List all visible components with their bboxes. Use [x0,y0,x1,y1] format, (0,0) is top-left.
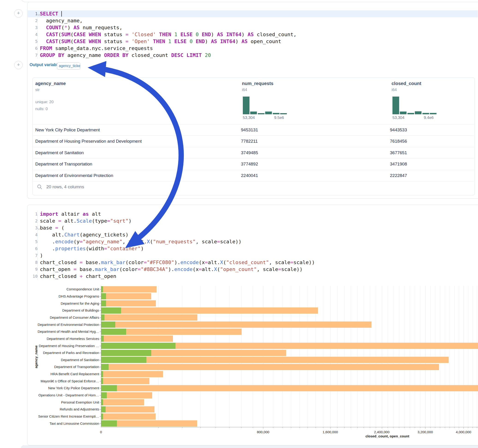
bar-closed [101,314,197,321]
bar-open [101,307,121,314]
y-tick [100,346,101,346]
bar-closed [101,300,156,306]
x-tick-label: 3,200,000 [418,430,433,434]
bar-open [101,378,103,384]
y-tick [100,325,101,325]
y-tick [100,374,101,374]
gridline [291,286,291,427]
bar-open [101,399,103,405]
bar-closed [101,322,371,328]
bar-chart: agency_name closed_count, open_count Cor… [0,0,478,448]
y-axis-label: Department for the Aging [25,301,99,305]
gridline [263,286,263,427]
gridline [323,286,323,427]
gridline [440,286,440,427]
y-tick [100,402,101,403]
x-tick-label: 0 [100,430,102,434]
gridline [445,286,445,427]
y-axis-label: Department of Sanitation [25,358,99,362]
gridline [229,286,229,427]
gridline [420,286,420,427]
y-tick [100,360,101,360]
y-tick [100,317,101,318]
y-axis-label: Taxi and Limousine Commission [25,422,99,425]
y-axis-label: Department of Parks and Recreation [25,351,99,355]
y-tick [100,381,101,381]
y-tick [100,395,101,395]
x-axis-line [101,427,478,427]
bar-closed [101,307,318,314]
gridline [344,286,345,427]
y-axis-label: HRA Benefit Card Replacement [25,372,99,376]
gridline [477,286,477,427]
y-axis-label: Department of Housing Preservation … [25,344,99,348]
gridline [399,286,399,427]
y-tick [100,367,101,367]
y-tick [100,332,101,332]
gridline [300,286,300,427]
y-axis-label: Department of Environmental Protection [25,323,99,327]
bar-open [101,406,106,412]
y-axis-label: Senior Citizen Rent Increase Exempti… [25,414,99,418]
notebook: + + 1SELECT 2 agency_name,3 COUNT(*) AS … [0,0,478,448]
y-tick [100,423,101,424]
gridline [357,286,358,427]
bar-open [101,350,151,356]
y-tick [100,304,101,304]
bar-open [101,322,115,328]
x-tick [464,427,464,429]
y-tick [100,409,101,410]
y-tick [100,353,101,353]
gridline [472,286,473,427]
bar-open [101,343,176,349]
x-axis-title: closed_count, open_count [365,434,409,438]
bar-open [101,336,104,342]
bar-open [101,392,107,398]
gridline [253,286,253,427]
bar-closed [101,364,439,370]
x-tick [330,427,330,429]
gridline [415,286,415,427]
x-tick-label: 1,600,000 [323,430,338,434]
y-axis-label: Refunds and Adjustments [25,407,99,411]
bar-open [101,413,103,420]
y-tick [100,311,101,311]
bar-closed [101,378,149,384]
next-cell [21,445,478,448]
y-axis-label: Department of Health and Mental Hyg… [25,330,99,333]
y-tick [100,289,101,289]
gridline [382,286,382,427]
y-tick [100,417,101,417]
y-axis-label: Department of Consumer Affairs [25,316,99,319]
y-axis-line [101,286,101,427]
bar-open [101,293,106,299]
gridline [376,286,376,427]
gridline [351,286,351,427]
bar-closed [101,357,449,363]
gridline [425,286,425,427]
bar-open [101,300,106,306]
gridline [315,286,316,427]
bar-open [101,357,146,363]
gridline [282,286,283,427]
y-axis-label: DHS Advantage Programs [25,294,99,298]
gridline [464,286,464,427]
x-tick-label: 800,000 [257,430,269,434]
y-axis-label: Operations Unit - Department of Hom… [25,393,99,397]
bar-open [101,364,109,370]
gridline [435,286,435,427]
gridline [158,286,159,427]
gridline [200,286,201,427]
bar-closed [101,399,144,405]
y-axis-label: Department of Transportation [25,365,99,369]
x-tick-label: 2,400,000 [374,430,390,434]
gridline [330,286,330,427]
gridline [459,286,459,427]
gridline [430,286,430,427]
x-tick-label: 4,000,000 [456,430,471,434]
gridline [241,286,242,427]
y-axis-label: Personal Exemption Unit [25,400,99,404]
gridline [410,286,410,427]
gridline [393,286,393,427]
bar-open [101,314,104,321]
